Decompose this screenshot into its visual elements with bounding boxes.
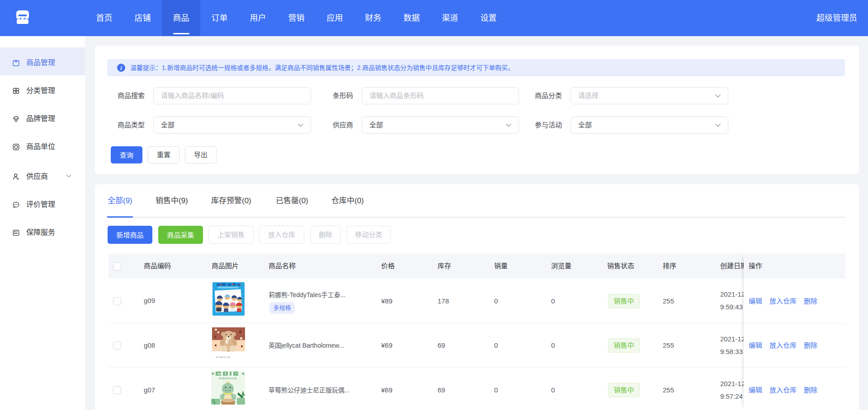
svg-text:J477600 JC 4 B: J477600 JC 4 B bbox=[216, 356, 230, 359]
svg-text:DINOSAUR: DINOSAUR bbox=[219, 377, 237, 380]
svg-text:i: i bbox=[120, 65, 122, 71]
